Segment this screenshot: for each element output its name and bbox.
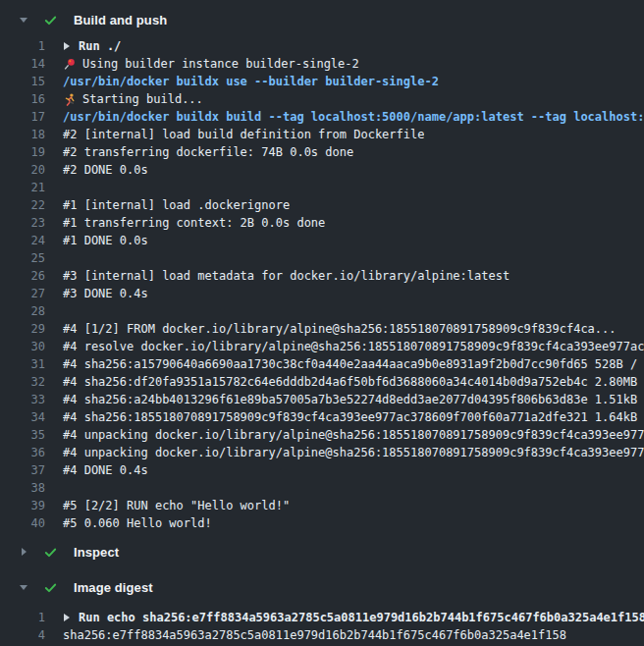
- line-number[interactable]: 17: [0, 108, 45, 126]
- run-group-line[interactable]: Run echo sha256:e7ff8834a5963a2785c5a081…: [63, 609, 644, 626]
- line-number[interactable]: 31: [0, 355, 45, 373]
- log-text: #3 [internal] load metadata for docker.i…: [63, 267, 510, 285]
- log-line: 37#4 DONE 0.4s: [0, 461, 644, 479]
- line-number[interactable]: 23: [0, 214, 45, 232]
- output-line: #1 transferring context: 2B 0.0s done: [63, 214, 325, 232]
- run-group-line[interactable]: Run ./: [63, 37, 121, 55]
- chevron-right-icon: [63, 613, 71, 622]
- line-number[interactable]: 35: [0, 426, 45, 444]
- line-number[interactable]: 29: [0, 320, 45, 338]
- log-line: 32#4 sha256:df20fa9351a15782c64e6dddb2d4…: [0, 373, 644, 391]
- log-line: 1Run ./: [0, 37, 644, 55]
- output-line: #4 resolve docker.io/library/alpine@sha2…: [63, 338, 644, 355]
- log-text: #4 unpacking docker.io/library/alpine@sh…: [63, 444, 644, 461]
- log-text: #4 resolve docker.io/library/alpine@sha2…: [63, 338, 644, 355]
- line-number[interactable]: 1: [0, 609, 45, 626]
- output-line: #2 [internal] load build definition from…: [63, 126, 424, 143]
- log-line: 18#2 [internal] load build definition fr…: [0, 126, 644, 143]
- output-line: #1 DONE 0.0s: [63, 232, 148, 249]
- log-line: 24#1 DONE 0.0s: [0, 232, 644, 249]
- line-number[interactable]: 20: [0, 161, 45, 179]
- log-text: #4 [1/2] FROM docker.io/library/alpine@s…: [63, 320, 617, 338]
- check-icon: [43, 580, 58, 595]
- log-line: 29#4 [1/2] FROM docker.io/library/alpine…: [0, 320, 644, 338]
- log-text: #2 [internal] load build definition from…: [63, 126, 424, 143]
- log-viewer: Build and push1Run ./14 Using builder in…: [0, 8, 644, 644]
- log-line: 21: [0, 179, 644, 196]
- log-line: 22#1 [internal] load .dockerignore: [0, 196, 644, 214]
- line-number[interactable]: 19: [0, 143, 45, 161]
- line-number[interactable]: 36: [0, 444, 45, 461]
- line-number[interactable]: 14: [0, 55, 45, 73]
- line-number[interactable]: 28: [0, 302, 45, 320]
- output-line: #5 0.060 Hello world!: [63, 514, 212, 532]
- section-header-build-and-push[interactable]: Build and push: [0, 8, 644, 31]
- log-line: 14 Using builder instance builder-single…: [0, 55, 644, 73]
- log-line: 15/usr/bin/docker buildx use --builder b…: [0, 73, 644, 90]
- line-number[interactable]: 18: [0, 126, 45, 143]
- log-text: Run echo sha256:e7ff8834a5963a2785c5a081…: [79, 609, 644, 626]
- line-number[interactable]: 22: [0, 196, 45, 214]
- log-text: #4 DONE 0.4s: [63, 461, 148, 479]
- log-text: #1 [internal] load .dockerignore: [63, 196, 290, 214]
- log-line: 17/usr/bin/docker buildx build --tag loc…: [0, 108, 644, 126]
- command-line: /usr/bin/docker buildx use --builder bui…: [63, 73, 439, 90]
- line-number[interactable]: 27: [0, 285, 45, 302]
- line-number[interactable]: 26: [0, 267, 45, 285]
- log-text: #2 DONE 0.0s: [63, 161, 148, 179]
- log-line: 19#2 transferring dockerfile: 74B 0.0s d…: [0, 143, 644, 161]
- line-number[interactable]: 1: [0, 37, 45, 55]
- output-line: #2 DONE 0.0s: [63, 161, 148, 179]
- log-text: /usr/bin/docker buildx use --builder bui…: [63, 73, 439, 90]
- log-text: #4 sha256:185518070891758909c9f839cf4ca3…: [63, 408, 644, 426]
- line-number[interactable]: 25: [0, 249, 45, 267]
- section-header-inspect[interactable]: Inspect: [0, 541, 644, 563]
- output-line: Starting build...: [63, 90, 203, 108]
- log-text: #5 0.060 Hello world!: [63, 514, 212, 532]
- log-line: 39#5 [2/2] RUN echo "Hello world!": [0, 497, 644, 514]
- chevron-down-icon: [19, 582, 28, 592]
- output-line: #4 sha256:df20fa9351a15782c64e6dddb2d4a6…: [63, 373, 644, 391]
- log-text: #2 transferring dockerfile: 74B 0.0s don…: [63, 143, 353, 161]
- log-text: #1 DONE 0.0s: [63, 232, 148, 249]
- section-header-image-digest[interactable]: Image digest: [0, 576, 644, 598]
- line-number[interactable]: 37: [0, 461, 45, 479]
- log-line: 30#4 resolve docker.io/library/alpine@sh…: [0, 338, 644, 355]
- line-number[interactable]: 33: [0, 391, 45, 408]
- log-line: 4sha256:e7ff8834a5963a2785c5a0811e979d16…: [0, 626, 644, 644]
- line-number[interactable]: 30: [0, 338, 45, 355]
- log-text: #4 sha256:a15790640a6690aa1730c38cf0a440…: [63, 355, 644, 373]
- chevron-down-icon: [19, 15, 28, 25]
- line-number[interactable]: 4: [0, 626, 45, 644]
- command-line: /usr/bin/docker buildx build --tag local…: [63, 108, 644, 126]
- log-text: #1 transferring context: 2B 0.0s done: [63, 214, 325, 232]
- output-line: sha256:e7ff8834a5963a2785c5a0811e979d16b…: [63, 626, 566, 644]
- runner-icon: [63, 93, 76, 106]
- line-number[interactable]: 24: [0, 232, 45, 249]
- log-line: 33#4 sha256:a24bb4013296f61e89ba57005a7b…: [0, 391, 644, 408]
- log-block-image-digest: 1Run echo sha256:e7ff8834a5963a2785c5a08…: [0, 609, 644, 644]
- log-line: 28: [0, 302, 644, 320]
- line-number[interactable]: 39: [0, 497, 45, 514]
- line-number[interactable]: 16: [0, 90, 45, 108]
- check-icon: [43, 545, 58, 560]
- output-line: #3 [internal] load metadata for docker.i…: [63, 267, 510, 285]
- section-title: Inspect: [74, 545, 119, 560]
- log-line: 27#3 DONE 0.4s: [0, 285, 644, 302]
- section-title: Image digest: [74, 580, 153, 595]
- line-number[interactable]: 21: [0, 179, 45, 196]
- output-line: #2 transferring dockerfile: 74B 0.0s don…: [63, 143, 353, 161]
- log-line: 23#1 transferring context: 2B 0.0s done: [0, 214, 644, 232]
- output-line: #4 sha256:185518070891758909c9f839cf4ca3…: [63, 408, 644, 426]
- line-number[interactable]: 34: [0, 408, 45, 426]
- output-line: #3 DONE 0.4s: [63, 285, 148, 302]
- section-title: Build and push: [74, 13, 167, 27]
- check-icon: [43, 13, 58, 27]
- log-line: 1Run echo sha256:e7ff8834a5963a2785c5a08…: [0, 609, 644, 626]
- line-number[interactable]: 32: [0, 373, 45, 391]
- line-number[interactable]: 15: [0, 73, 45, 90]
- line-number[interactable]: 38: [0, 479, 45, 497]
- log-text: Run ./: [79, 37, 121, 55]
- log-line: 36#4 unpacking docker.io/library/alpine@…: [0, 444, 644, 461]
- line-number[interactable]: 40: [0, 514, 45, 532]
